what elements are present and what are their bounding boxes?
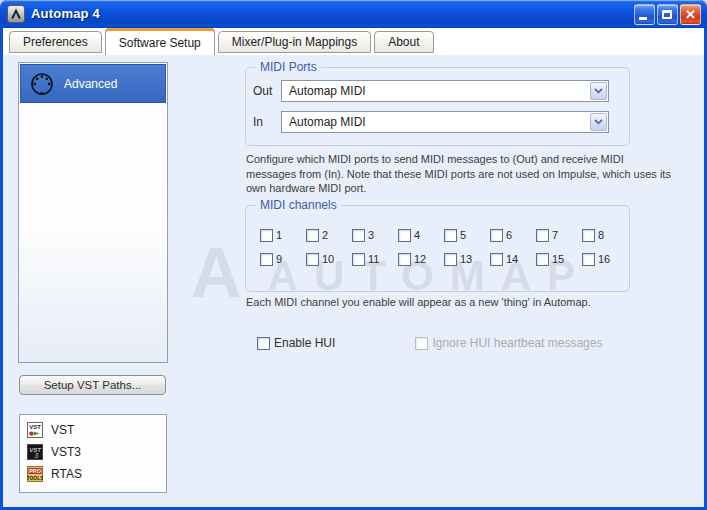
midi-channel-3: 3 [352,223,398,247]
setup-vst-paths-button[interactable]: Setup VST Paths... [19,375,166,395]
midi-channel-label: 4 [414,229,420,241]
sidebar-item-label: Advanced [64,77,117,91]
midi-channels-note: Each MIDI channel you enable will appear… [246,296,676,308]
tab-preferences[interactable]: Preferences [9,31,102,53]
midi-channel-checkbox-8[interactable] [582,229,595,242]
midi-ports-group-label: MIDI Ports [256,60,321,74]
midi-channel-15: 15 [536,247,582,271]
midi-channel-label: 13 [460,253,472,265]
midi-channel-checkbox-3[interactable] [352,229,365,242]
window-title: Automap 4 [31,0,100,27]
midi-channel-label: 16 [598,253,610,265]
midi-channel-label: 3 [368,229,374,241]
midi-channel-11: 11 [352,247,398,271]
format-label: VST3 [51,445,81,459]
close-button[interactable]: ✕ [680,4,701,25]
midi-channel-2: 2 [306,223,352,247]
tab-software-setup[interactable]: Software Setup [105,28,215,55]
ignore-hui-heartbeat-checkbox [415,337,428,350]
format-label: VST [51,423,74,437]
enable-hui-label: Enable HUI [274,336,335,350]
minimize-icon [639,17,647,20]
midi-channel-label: 6 [506,229,512,241]
midi-channel-label: 7 [552,229,558,241]
midi-channel-checkbox-1[interactable] [260,229,273,242]
in-label: In [253,115,281,129]
midi-channel-checkbox-2[interactable] [306,229,319,242]
midi-channel-4: 4 [398,223,444,247]
midi-channel-12: 12 [398,247,444,271]
midi-channel-label: 10 [322,253,334,265]
midi-channel-label: 15 [552,253,564,265]
midi-in-select[interactable]: Automap MIDI [281,111,609,133]
midi-in-row: In Automap MIDI [253,111,609,133]
software-setup-pane: A AUTOMAP Advanced [3,55,704,507]
midi-channel-checkbox-7[interactable] [536,229,549,242]
midi-channel-checkbox-9[interactable] [260,253,273,266]
midi-channels-group-label: MIDI channels [256,198,341,212]
protools-icon: PRO TOOLS [27,466,43,482]
midi-channel-checkbox-10[interactable] [306,253,319,266]
out-label: Out [253,84,281,98]
midi-channel-label: 8 [598,229,604,241]
enable-hui-checkbox[interactable] [257,337,270,350]
close-icon: ✕ [681,5,700,24]
midi-channel-7: 7 [536,223,582,247]
svg-text:TOOLS: TOOLS [27,475,43,481]
tab-bar: Preferences Software Setup Mixer/Plug-in… [3,28,704,55]
vst-icon: VST [27,422,43,438]
midi-channel-label: 12 [414,253,426,265]
svg-text:PRO: PRO [29,468,41,474]
svg-text:3: 3 [35,452,39,459]
minimize-button[interactable] [634,4,655,25]
window-controls: ✕ [634,4,701,25]
app-logo-icon [7,5,25,23]
midi-in-dropdown-button[interactable] [590,113,607,131]
midi-channel-checkbox-4[interactable] [398,229,411,242]
midi-channel-1: 1 [260,223,306,247]
midi-channel-label: 11 [368,253,379,265]
format-label: RTAS [51,467,82,481]
midi-in-value: Automap MIDI [289,112,366,132]
list-item-vst[interactable]: VST VST [27,419,166,441]
tab-mixer-plugin-mappings[interactable]: Mixer/Plug-in Mappings [218,31,371,53]
midi-channel-checkbox-5[interactable] [444,229,457,242]
midi-channel-checkbox-14[interactable] [490,253,503,266]
svg-text:VST: VST [29,424,41,430]
list-item-rtas[interactable]: PRO TOOLS RTAS [27,463,166,485]
app-window: Automap 4 ✕ Preferences Software Setup M… [0,0,707,510]
midi-ports-group: MIDI Ports Out Automap MIDI In Automap M… [245,67,630,146]
ignore-hui-heartbeat-label: Ignore HUI heartbeat messages [432,336,602,350]
midi-channel-16: 16 [582,247,628,271]
sidebar-item-advanced[interactable]: Advanced [20,64,166,103]
chevron-down-icon [594,119,603,125]
midi-channel-label: 2 [322,229,328,241]
tab-about[interactable]: About [374,31,433,53]
midi-channel-checkbox-13[interactable] [444,253,457,266]
midi-channel-9: 9 [260,247,306,271]
client-area: Preferences Software Setup Mixer/Plug-in… [3,28,704,507]
device-list: Advanced [18,62,168,363]
midi-channel-6: 6 [490,223,536,247]
midi-channel-grid: 12345678910111213141516 [260,223,628,271]
midi-ports-description: Configure which MIDI ports to send MIDI … [246,152,676,196]
midi-channel-checkbox-15[interactable] [536,253,549,266]
midi-channel-5: 5 [444,223,490,247]
midi-out-select[interactable]: Automap MIDI [281,80,609,102]
midi-channel-label: 1 [276,229,282,241]
watermark-logo: A [191,238,242,308]
midi-channel-checkbox-16[interactable] [582,253,595,266]
midi-channel-label: 9 [276,253,282,265]
midi-out-dropdown-button[interactable] [590,82,607,100]
maximize-button[interactable] [657,4,678,25]
midi-channel-13: 13 [444,247,490,271]
midi-channel-label: 14 [506,253,518,265]
midi-channel-checkbox-11[interactable] [352,253,365,266]
list-item-vst3[interactable]: VST 3 VST3 [27,441,166,463]
titlebar: Automap 4 ✕ [0,0,707,28]
midi-channel-label: 5 [460,229,466,241]
midi-channel-checkbox-6[interactable] [490,229,503,242]
midi-out-row: Out Automap MIDI [253,80,609,102]
chevron-down-icon [594,88,603,94]
midi-channel-checkbox-12[interactable] [398,253,411,266]
